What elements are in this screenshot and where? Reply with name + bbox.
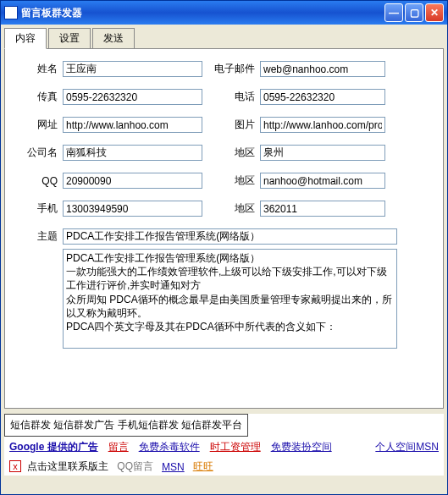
ad-link-1[interactable]: 留言: [108, 440, 129, 454]
subject-input[interactable]: [63, 228, 397, 245]
email-label: 电子邮件: [211, 62, 255, 76]
url-input[interactable]: [63, 117, 202, 133]
ad-link-4[interactable]: 免费装扮空间: [271, 440, 332, 454]
wangwang-link[interactable]: 旺旺: [193, 459, 213, 474]
bottom-row: x 点击这里联系版主 QQ留言 MSN 旺旺: [4, 458, 444, 476]
region3-label: 地区: [211, 201, 255, 216]
msn-link[interactable]: MSN: [162, 461, 185, 473]
ad-link-3[interactable]: 时工资管理: [210, 440, 261, 454]
window-controls: — ▢ ✕: [384, 3, 444, 22]
pic-label: 图片: [211, 118, 255, 132]
google-ads-label[interactable]: Google 提供的广告: [9, 440, 98, 454]
region2-input[interactable]: [260, 173, 385, 189]
company-label: 公司名: [12, 146, 58, 160]
tab-send[interactable]: 发送: [92, 28, 135, 48]
mobile-input[interactable]: [63, 201, 202, 217]
contact-text: 点击这里联系版主: [27, 460, 108, 472]
region2-label: 地区: [211, 173, 255, 188]
pic-input[interactable]: [260, 117, 385, 133]
qq-input[interactable]: [63, 173, 202, 189]
ad-link-5[interactable]: 个人空间MSN: [375, 440, 439, 454]
form-panel: 姓名 电子邮件 传真 电话 网址 图片 公司名 地区 QQ 地区: [4, 48, 444, 409]
maximize-button[interactable]: ▢: [405, 3, 423, 22]
region-label: 地区: [211, 146, 255, 160]
fax-input[interactable]: [63, 89, 202, 105]
fax-label: 传真: [12, 90, 58, 104]
ad-link-2[interactable]: 免费杀毒软件: [139, 440, 200, 454]
body-textarea[interactable]: [63, 249, 397, 349]
url-label: 网址: [12, 118, 58, 132]
ad-bar: 短信群发 短信群发广告 手机短信群发 短信群发平台 Google 提供的广告 留…: [4, 414, 444, 476]
qq-msg-link[interactable]: QQ留言: [117, 459, 153, 474]
qq-label: QQ: [12, 175, 58, 187]
titlebar[interactable]: 留言板群发器 — ▢ ✕: [1, 1, 447, 25]
phone-label: 电话: [211, 90, 255, 104]
app-window: 留言板群发器 — ▢ ✕ 内容 设置 发送 姓名 电子邮件 传真 电话 网址 图…: [0, 0, 448, 495]
tab-strip: 内容 设置 发送: [1, 25, 447, 48]
region-input[interactable]: [260, 145, 385, 161]
ad-links-row: Google 提供的广告 留言 免费杀毒软件 时工资管理 免费装扮空间 个人空间…: [4, 437, 444, 458]
subject-label: 主题: [12, 229, 58, 244]
company-input[interactable]: [63, 145, 202, 161]
error-icon: x: [9, 460, 21, 472]
app-icon: [4, 6, 18, 19]
ad-topbox: 短信群发 短信群发广告 手机短信群发 短信群发平台: [4, 414, 248, 437]
email-input[interactable]: [260, 61, 385, 77]
contact-owner[interactable]: x 点击这里联系版主: [9, 459, 108, 474]
minimize-button[interactable]: —: [384, 3, 403, 22]
window-title: 留言板群发器: [21, 6, 384, 20]
phone-input[interactable]: [260, 89, 385, 105]
close-button[interactable]: ✕: [425, 3, 444, 22]
tab-settings[interactable]: 设置: [48, 28, 91, 48]
name-input[interactable]: [63, 61, 202, 77]
name-label: 姓名: [12, 62, 58, 76]
mobile-label: 手机: [12, 201, 58, 216]
tab-content[interactable]: 内容: [4, 28, 47, 49]
region3-input[interactable]: [260, 201, 385, 217]
